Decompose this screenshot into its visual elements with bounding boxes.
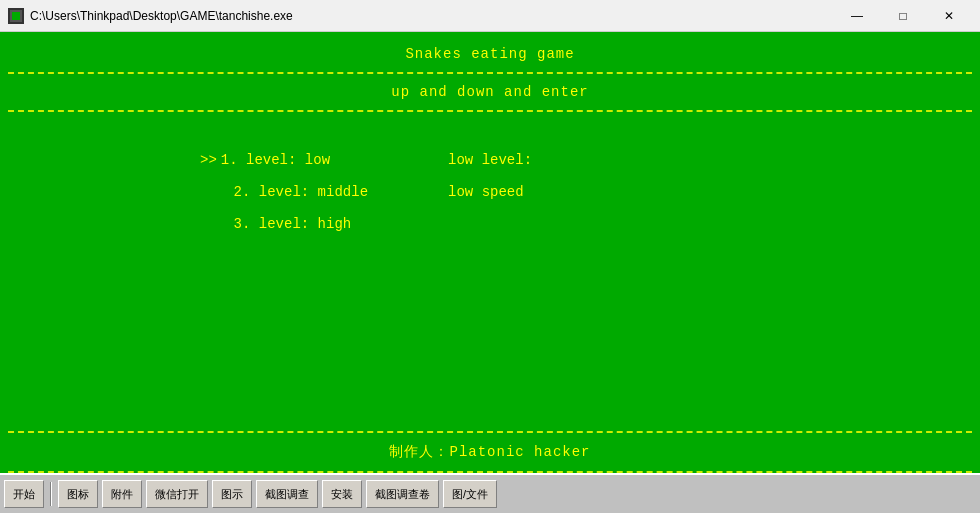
taskbar-item-5[interactable]: 截图调查 [256, 480, 318, 508]
taskbar-item-4[interactable]: 图示 [212, 480, 252, 508]
level-info: low level: [448, 152, 532, 168]
selection-arrow: >> [200, 152, 217, 168]
window-title: C:\Users\Thinkpad\Desktop\GAME\tanchishe… [30, 9, 834, 23]
svg-rect-1 [12, 12, 20, 20]
speed-info: low speed [448, 184, 532, 200]
console-area: Snakes eating game up and down and enter… [0, 32, 980, 473]
menu-item-3[interactable]: 3. level: high [200, 216, 368, 232]
menu-item-1[interactable]: >> 1. level: low [200, 152, 368, 168]
footer-text: 制作人：Platonic hacker [0, 433, 980, 471]
dashed-divider-mid [8, 110, 972, 112]
info-section: low level: low speed [368, 142, 532, 411]
footer-section: 制作人：Platonic hacker [0, 431, 980, 473]
dashed-divider-bottom-1 [8, 431, 972, 433]
dashed-divider-bottom-2 [8, 471, 972, 473]
taskbar-item-2[interactable]: 附件 [102, 480, 142, 508]
window: C:\Users\Thinkpad\Desktop\GAME\tanchishe… [0, 0, 980, 513]
taskbar-start[interactable]: 开始 [4, 480, 44, 508]
taskbar: 开始 图标 附件 微信打开 图示 截图调查 安装 截图调查卷 图/文件 [0, 473, 980, 513]
taskbar-item-7[interactable]: 截图调查卷 [366, 480, 439, 508]
main-content: >> 1. level: low 2. level: middle 3. lev… [0, 112, 980, 431]
app-icon [8, 8, 24, 24]
maximize-button[interactable]: □ [880, 0, 926, 32]
game-title: Snakes eating game [0, 32, 980, 72]
window-controls: — □ ✕ [834, 0, 972, 32]
taskbar-item-6[interactable]: 安装 [322, 480, 362, 508]
taskbar-item-1[interactable]: 图标 [58, 480, 98, 508]
menu-section: >> 1. level: low 2. level: middle 3. lev… [0, 142, 368, 411]
taskbar-divider-1 [50, 482, 52, 506]
dashed-divider-top [8, 72, 972, 74]
menu-item-2[interactable]: 2. level: middle [200, 184, 368, 200]
menu-item-1-text: 1. level: low [221, 152, 330, 168]
subtitle-text: up and down and enter [0, 74, 980, 110]
title-bar: C:\Users\Thinkpad\Desktop\GAME\tanchishe… [0, 0, 980, 32]
taskbar-item-3[interactable]: 微信打开 [146, 480, 208, 508]
close-button[interactable]: ✕ [926, 0, 972, 32]
menu-item-2-text: 2. level: middle [200, 184, 368, 200]
taskbar-item-8[interactable]: 图/文件 [443, 480, 497, 508]
minimize-button[interactable]: — [834, 0, 880, 32]
menu-item-3-text: 3. level: high [200, 216, 351, 232]
